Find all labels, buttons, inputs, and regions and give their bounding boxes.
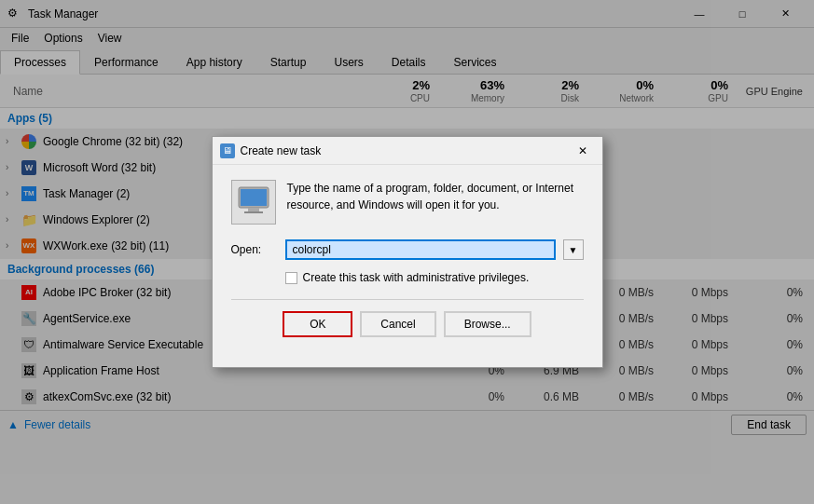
dropdown-button[interactable]: ▼ (563, 239, 584, 260)
dialog-checkbox-row: Create this task with administrative pri… (285, 271, 584, 284)
dialog-body: Type the name of a program, folder, docu… (213, 165, 602, 367)
svg-rect-1 (241, 189, 267, 206)
create-task-dialog: 🖥 Create new task ✕ Type the name of a p… (212, 136, 603, 368)
dialog-buttons: OK Cancel Browse... (231, 311, 584, 352)
dialog-title-bar: 🖥 Create new task ✕ (213, 137, 602, 165)
browse-button[interactable]: Browse... (444, 311, 531, 337)
dialog-title: Create new task (241, 144, 571, 157)
dialog-icon: 🖥 (220, 143, 235, 158)
admin-privileges-checkbox[interactable] (285, 272, 297, 284)
svg-rect-2 (248, 208, 259, 211)
open-label: Open: (231, 243, 278, 256)
checkbox-label: Create this task with administrative pri… (303, 271, 530, 284)
dialog-description-row: Type the name of a program, folder, docu… (231, 180, 584, 225)
cancel-button[interactable]: Cancel (360, 311, 435, 337)
dialog-overlay: 🖥 Create new task ✕ Type the name of a p… (0, 0, 814, 504)
dialog-open-row: Open: ▼ (231, 239, 584, 260)
ok-button[interactable]: OK (283, 311, 352, 337)
dialog-divider (231, 299, 584, 300)
dialog-description: Type the name of a program, folder, docu… (287, 180, 584, 213)
open-input[interactable] (285, 239, 556, 260)
computer-icon (231, 180, 276, 225)
dialog-close-button[interactable]: ✕ (571, 141, 595, 161)
svg-rect-3 (244, 211, 263, 213)
